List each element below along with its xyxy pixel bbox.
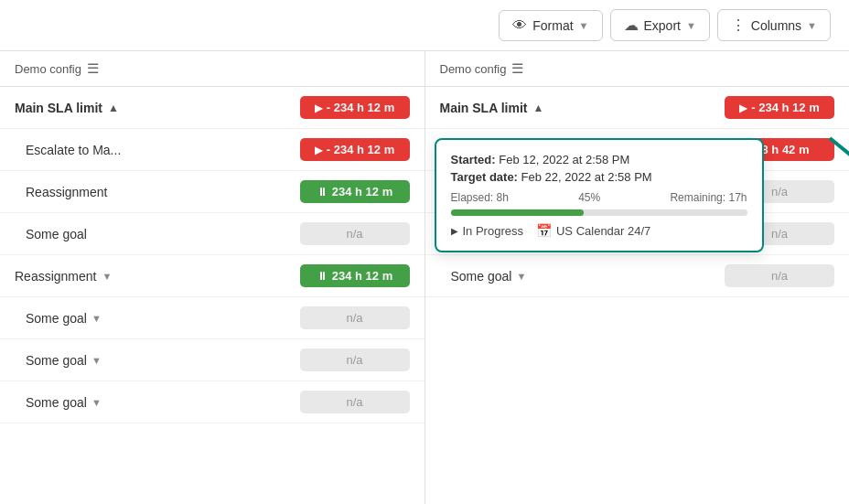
tooltip-target-label: Target date: [451, 170, 518, 184]
left-goal-row-escalate: Escalate to Ma... - 234 h 12 m [0, 129, 424, 171]
left-sla-row: Main SLA limit ▲ - 234 h 12 m [0, 87, 424, 129]
left-some-badge-text: n/a [346, 227, 362, 241]
left-reassignment-group-row: Reassignment ▼ 234 h 12 m [0, 255, 424, 297]
format-chevron-icon: ▼ [579, 20, 589, 31]
right-sla-badge-text: - 234 h 12 m [751, 101, 819, 114]
right-config-filter-icon[interactable]: ☰ [511, 60, 523, 77]
left-reassignment-group-label-group: Reassignment ▼ [15, 269, 112, 284]
left-subgoal-0-label-group: Some goal ▼ [26, 311, 102, 326]
tooltip-target-value: Feb 22, 2022 at 2:58 PM [521, 170, 652, 184]
export-icon: ☁ [624, 16, 639, 34]
export-label: Export [644, 18, 681, 33]
left-reassignment-badge: 234 h 12 m [300, 180, 410, 203]
left-reassignment-pause-icon [317, 185, 328, 198]
left-sla-badge-text: - 234 h 12 m [327, 101, 394, 114]
right-subgoal-2-badge-text: n/a [771, 269, 788, 283]
right-sla-row: Main SLA limit ▲ - 234 h 12 m [425, 87, 850, 129]
left-subgoal-2-badge: n/a [300, 391, 410, 413]
left-sla-label: Main SLA limit [15, 101, 102, 115]
left-subgoal-2-label: Some goal [26, 395, 87, 410]
left-reassignment-group-badge-text: 234 h 12 m [332, 269, 393, 283]
left-subgoal-0-label: Some goal [26, 311, 87, 326]
left-subgoal-0-badge-text: n/a [346, 311, 362, 325]
right-subgoal-1-badge-text: n/a [771, 227, 788, 241]
right-config-label: Demo config [440, 62, 507, 76]
left-subgoal-1-label: Some goal [26, 353, 87, 368]
tooltip-percent: 45% [578, 191, 600, 204]
right-subgoal-0-badge-text: n/a [771, 185, 788, 198]
right-config-header: Demo config ☰ [425, 51, 850, 87]
left-panel: Demo config ☰ Main SLA limit ▲ - 234 h 1… [0, 51, 425, 504]
left-subgoal-row-1: Some goal ▼ n/a [0, 339, 424, 381]
tooltip-elapsed-label: Elapsed: 8h [451, 191, 509, 204]
left-config-filter-icon[interactable]: ☰ [87, 60, 99, 77]
tooltip-meta-row: Elapsed: 8h 45% Remaining: 17h [451, 191, 747, 204]
left-escalate-label: Escalate to Ma... [26, 143, 121, 157]
tooltip-started-row: Started: Feb 12, 2022 at 2:58 PM [451, 153, 747, 166]
toolbar: 👁 Format ▼ ☁ Export ▼ ⋮ Columns ▼ [0, 0, 849, 51]
left-some-label: Some goal [26, 227, 87, 241]
left-escalate-badge-text: - 234 h 12 m [327, 143, 394, 156]
columns-icon: ⋮ [731, 16, 746, 34]
right-sla-play-icon [739, 101, 747, 114]
tooltip-status-item: ▶ In Progress [451, 224, 523, 238]
export-button[interactable]: ☁ Export ▼ [610, 9, 710, 41]
left-subgoal-row-2: Some goal ▼ n/a [0, 381, 424, 424]
left-config-label: Demo config [15, 62, 81, 76]
left-config-header: Demo config ☰ [0, 51, 424, 87]
left-subgoal-1-chevron-icon[interactable]: ▼ [91, 355, 102, 366]
tooltip-calendar-item: 📅 US Calendar 24/7 [536, 223, 650, 238]
left-reassignment-group-chevron-icon[interactable]: ▼ [102, 271, 113, 282]
left-subgoal-2-chevron-icon[interactable]: ▼ [91, 397, 102, 408]
left-subgoal-0-badge: n/a [300, 306, 410, 329]
format-button[interactable]: 👁 Format ▼ [499, 10, 602, 41]
left-reassignment-badge-text: 234 h 12 m [332, 185, 393, 198]
tooltip-started-value: Feb 12, 2022 at 2:58 PM [499, 153, 629, 166]
left-subgoal-1-label-group: Some goal ▼ [26, 353, 102, 368]
left-reassignment-group-pause-icon [317, 269, 328, 283]
right-subgoal-2-label: Some goal [451, 269, 512, 284]
left-reassignment-group-badge: 234 h 12 m [300, 264, 410, 287]
tooltip-progress-bar-container [451, 209, 747, 216]
columns-chevron-icon: ▼ [807, 20, 817, 31]
left-reassignment-label: Reassignment [26, 185, 108, 199]
left-goal-row-reassignment: Reassignment 234 h 12 m [0, 171, 424, 213]
left-sla-label-group: Main SLA limit ▲ [15, 101, 119, 115]
export-chevron-icon: ▼ [686, 20, 696, 31]
right-sla-label-group: Main SLA limit ▲ [440, 101, 544, 115]
tooltip-remaining-label: Remaining: 17h [670, 191, 747, 204]
left-reassignment-group-label: Reassignment [15, 269, 97, 284]
left-subgoal-2-badge-text: n/a [346, 395, 362, 409]
tooltip-play-icon: ▶ [451, 226, 458, 236]
right-subgoal-row-2: Some goal ▼ n/a [425, 255, 850, 297]
right-subgoal-2-badge: n/a [725, 264, 834, 287]
right-sla-label: Main SLA limit [440, 101, 528, 115]
right-sla-badge: - 234 h 12 m [725, 96, 834, 119]
right-panel: Demo config ☰ Main SLA limit ▲ - 234 h 1… [425, 51, 850, 504]
left-subgoal-2-label-group: Some goal ▼ [26, 395, 102, 410]
left-escalate-play-icon [315, 143, 322, 156]
left-sla-chevron-icon[interactable]: ▲ [108, 102, 119, 114]
columns-button[interactable]: ⋮ Columns ▼ [717, 9, 831, 41]
left-subgoal-row-0: Some goal ▼ n/a [0, 297, 424, 339]
right-sla-chevron-icon[interactable]: ▲ [532, 102, 543, 114]
eye-icon: 👁 [512, 17, 527, 34]
format-label: Format [532, 18, 573, 33]
tooltip-progress-bar [451, 209, 585, 216]
left-sla-badge: - 234 h 12 m [300, 96, 410, 119]
left-goal-row-some: Some goal n/a [0, 213, 424, 255]
tooltip-calendar-icon: 📅 [536, 223, 552, 238]
left-escalate-badge: - 234 h 12 m [300, 138, 410, 161]
left-sla-play-icon [315, 101, 322, 114]
sla-tooltip-popup: Started: Feb 12, 2022 at 2:58 PM Target … [435, 138, 764, 252]
main-content: Demo config ☰ Main SLA limit ▲ - 234 h 1… [0, 51, 849, 504]
left-some-badge: n/a [300, 222, 410, 245]
tooltip-calendar-label: US Calendar 24/7 [556, 224, 650, 238]
tooltip-footer: ▶ In Progress 📅 US Calendar 24/7 [451, 223, 747, 238]
columns-label: Columns [751, 18, 801, 33]
right-subgoal-2-chevron-icon[interactable]: ▼ [516, 271, 526, 282]
tooltip-status-label: In Progress [463, 224, 523, 238]
tooltip-started-label: Started: [451, 153, 496, 166]
left-subgoal-1-badge-text: n/a [346, 353, 362, 367]
left-subgoal-0-chevron-icon[interactable]: ▼ [91, 313, 102, 324]
